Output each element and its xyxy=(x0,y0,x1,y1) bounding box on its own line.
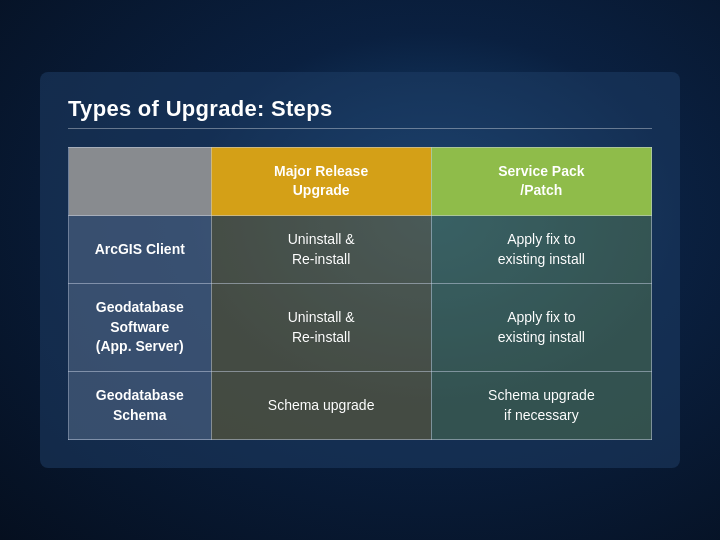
table-row: GeodatabaseSoftware(App. Server) Uninsta… xyxy=(69,284,652,372)
geodatabase-software-service-cell: Apply fix toexisting install xyxy=(431,284,651,372)
slide-title: Types of Upgrade: Steps xyxy=(68,96,652,122)
slide-container: Types of Upgrade: Steps Major ReleaseUpg… xyxy=(40,72,680,468)
header-service-pack: Service Pack/Patch xyxy=(431,147,651,215)
table-row: GeodatabaseSchema Schema upgrade Schema … xyxy=(69,371,652,439)
geodatabase-software-major-cell: Uninstall &Re-install xyxy=(211,284,431,372)
geodatabase-schema-service-cell: Schema upgradeif necessary xyxy=(431,371,651,439)
arcgis-service-cell: Apply fix toexisting install xyxy=(431,216,651,284)
upgrade-table: Major ReleaseUpgrade Service Pack/Patch … xyxy=(68,147,652,440)
row-label-arcgis-client: ArcGIS Client xyxy=(69,216,212,284)
title-divider xyxy=(68,128,652,129)
header-empty-cell xyxy=(69,147,212,215)
row-label-geodatabase-software: GeodatabaseSoftware(App. Server) xyxy=(69,284,212,372)
arcgis-major-cell: Uninstall &Re-install xyxy=(211,216,431,284)
header-major-release: Major ReleaseUpgrade xyxy=(211,147,431,215)
row-label-geodatabase-schema: GeodatabaseSchema xyxy=(69,371,212,439)
geodatabase-schema-major-cell: Schema upgrade xyxy=(211,371,431,439)
header-row: Major ReleaseUpgrade Service Pack/Patch xyxy=(69,147,652,215)
table-row: ArcGIS Client Uninstall &Re-install Appl… xyxy=(69,216,652,284)
